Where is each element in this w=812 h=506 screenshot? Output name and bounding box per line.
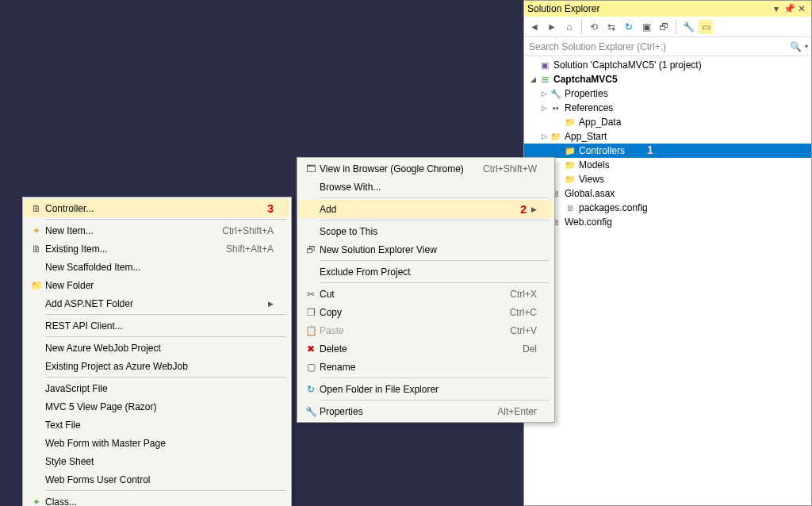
solution-label: Solution 'CaptchaMVC5' (1 project) — [553, 59, 702, 71]
menu-new-item[interactable]: ✦ New Item... Ctrl+Shift+A — [25, 221, 289, 240]
menu-mvc5-view[interactable]: MVC 5 View Page (Razor) — [25, 397, 289, 416]
cut-icon: ✂ — [302, 289, 320, 300]
expand-icon[interactable] — [527, 59, 538, 71]
menu-cut[interactable]: ✂ Cut Ctrl+X — [299, 285, 553, 303]
newview-icon: 🗗 — [302, 244, 320, 255]
menu-separator — [45, 219, 286, 220]
menu-view-browser[interactable]: 🗔 View in Browser (Google Chrome) Ctrl+S… — [299, 159, 553, 178]
tree-item-properties[interactable]: ▷ 🔧 Properties — [524, 86, 811, 101]
tree-item-models[interactable]: 📁 Models — [524, 158, 811, 172]
show-all-icon[interactable]: ▣ — [639, 20, 653, 34]
menu-paste: 📋 Paste Ctrl+V — [299, 321, 553, 339]
menu-webforms-uc[interactable]: Web Forms User Control — [25, 470, 289, 489]
menu-scope[interactable]: Scope to This — [299, 222, 553, 240]
folder-icon: 📁 — [550, 130, 562, 143]
menu-existing-azure[interactable]: Existing Project as Azure WebJob — [25, 357, 289, 375]
panel-titlebar: Solution Explorer ▾ 📌 ✕ — [524, 1, 811, 17]
expand-icon[interactable]: ▷ — [538, 131, 550, 142]
expand-icon[interactable]: ▷ — [538, 102, 550, 113]
menu-controller[interactable]: 🗎 Controller... 3 — [25, 199, 289, 217]
show-selected-icon[interactable]: ▭ — [699, 20, 713, 34]
menu-new-folder[interactable]: 📁 New Folder — [25, 276, 289, 294]
sync-icon[interactable]: ⟲ — [587, 20, 601, 34]
expand-icon[interactable]: ◢ — [527, 74, 538, 85]
home-icon[interactable]: ⌂ — [562, 20, 576, 34]
menu-class[interactable]: ✦ Class... — [25, 493, 289, 506]
search-row: 🔍 ▾ — [524, 37, 811, 56]
menu-separator — [320, 400, 550, 401]
menu-webform-master[interactable]: Web Form with Master Page — [25, 434, 289, 452]
menu-copy[interactable]: ❐ Copy Ctrl+C — [299, 303, 553, 321]
dropdown-icon[interactable]: ▾ — [770, 3, 783, 14]
tree-item-appdata[interactable]: 📁 App_Data — [524, 115, 811, 129]
menu-separator — [320, 282, 550, 283]
menu-separator — [320, 378, 550, 378]
menu-existing-item[interactable]: 🗎 Existing Item... Shift+Alt+A — [25, 240, 289, 258]
collapse-icon[interactable]: ⇆ — [604, 20, 619, 34]
menu-add[interactable]: Add 2 ▶ — [299, 200, 553, 218]
menu-separator — [45, 377, 286, 378]
menu-rest-client[interactable]: REST API Client... — [25, 316, 289, 335]
search-dropdown-icon[interactable]: ▾ — [805, 43, 808, 50]
submenu-arrow-icon: ▶ — [268, 300, 274, 308]
menu-new-view[interactable]: 🗗 New Solution Explorer View — [299, 240, 553, 259]
paste-icon: 📋 — [302, 325, 320, 336]
folder-icon: 📁 — [564, 159, 576, 171]
expand-icon[interactable]: ▷ — [538, 88, 550, 99]
back-icon[interactable]: ◄ — [527, 20, 542, 34]
tree-item-views[interactable]: 📁 Views — [524, 172, 811, 186]
solution-tree: ▣ Solution 'CaptchaMVC5' (1 project) ◢ ⊞… — [524, 56, 811, 505]
close-icon[interactable]: ✕ — [795, 3, 808, 14]
project-node[interactable]: ◢ ⊞ CaptchaMVC5 — [524, 72, 811, 86]
wrench-icon: 🔧 — [302, 406, 320, 417]
menu-exclude[interactable]: Exclude From Project — [299, 263, 553, 281]
new-folder-icon: 📁 — [28, 280, 45, 291]
menu-separator — [45, 336, 286, 337]
menu-rename[interactable]: ▢ Rename — [299, 358, 553, 376]
menu-text-file[interactable]: Text File — [25, 416, 289, 434]
tree-item-webconfig[interactable]: ▷ 🗎 Web.config — [524, 215, 811, 229]
solution-node[interactable]: ▣ Solution 'CaptchaMVC5' (1 project) — [524, 58, 811, 72]
tree-label: Controllers — [579, 145, 625, 156]
search-icon[interactable]: 🔍 — [790, 41, 802, 52]
folder-icon: 📁 — [564, 144, 576, 157]
menu-delete[interactable]: ✖ Delete Del — [299, 339, 553, 358]
tree-item-globalasax[interactable]: ▷ 🗎 Global.asax — [524, 186, 811, 201]
menu-style-sheet[interactable]: Style Sheet — [25, 452, 289, 470]
pin-icon[interactable]: 📌 — [783, 3, 795, 14]
menu-separator — [320, 220, 550, 220]
forward-icon[interactable]: ► — [545, 20, 559, 34]
preview-icon[interactable]: 🗗 — [657, 20, 671, 34]
folder-icon: 📁 — [564, 173, 576, 186]
tree-item-packages[interactable]: 🗎 packages.config — [524, 201, 811, 215]
refresh-icon[interactable]: ↻ — [622, 20, 636, 34]
menu-browse-with[interactable]: Browse With... — [299, 178, 553, 196]
tree-label: Web.config — [565, 217, 612, 228]
menu-separator — [320, 260, 550, 261]
tree-item-references[interactable]: ▷ ▪▪ References — [524, 101, 811, 115]
menu-js-file[interactable]: JavaScript File — [25, 379, 289, 397]
annotation-2: 2 — [520, 203, 527, 216]
tree-label: Views — [579, 174, 604, 185]
menu-separator — [45, 490, 286, 491]
menu-new-scaffold[interactable]: New Scaffolded Item... — [25, 258, 289, 276]
open-folder-icon: ↻ — [302, 384, 320, 395]
properties-icon[interactable]: 🔧 — [681, 20, 695, 34]
menu-properties[interactable]: 🔧 Properties Alt+Enter — [299, 402, 553, 420]
annotation-1: 1 — [647, 144, 653, 156]
existing-item-icon: 🗎 — [28, 243, 45, 255]
wrench-icon: 🔧 — [550, 87, 562, 100]
class-icon: ✦ — [28, 496, 45, 507]
panel-title: Solution Explorer — [527, 3, 770, 14]
tree-item-controllers[interactable]: 📁 Controllers 1 — [524, 144, 811, 158]
search-input[interactable] — [527, 40, 787, 53]
menu-new-azure[interactable]: New Azure WebJob Project — [25, 339, 289, 357]
rename-icon: ▢ — [302, 362, 320, 373]
solution-explorer-panel: Solution Explorer ▾ 📌 ✕ ◄ ► ⌂ ⟲ ⇆ ↻ ▣ 🗗 … — [523, 0, 812, 506]
menu-open-folder[interactable]: ↻ Open Folder in File Explorer — [299, 380, 553, 398]
menu-aspnet-folder[interactable]: Add ASP.NET Folder ▶ — [25, 294, 289, 312]
browser-icon: 🗔 — [302, 163, 320, 174]
annotation-3: 3 — [267, 202, 274, 215]
menu-separator — [320, 197, 550, 198]
tree-item-appstart[interactable]: ▷ 📁 App_Start — [524, 129, 811, 144]
